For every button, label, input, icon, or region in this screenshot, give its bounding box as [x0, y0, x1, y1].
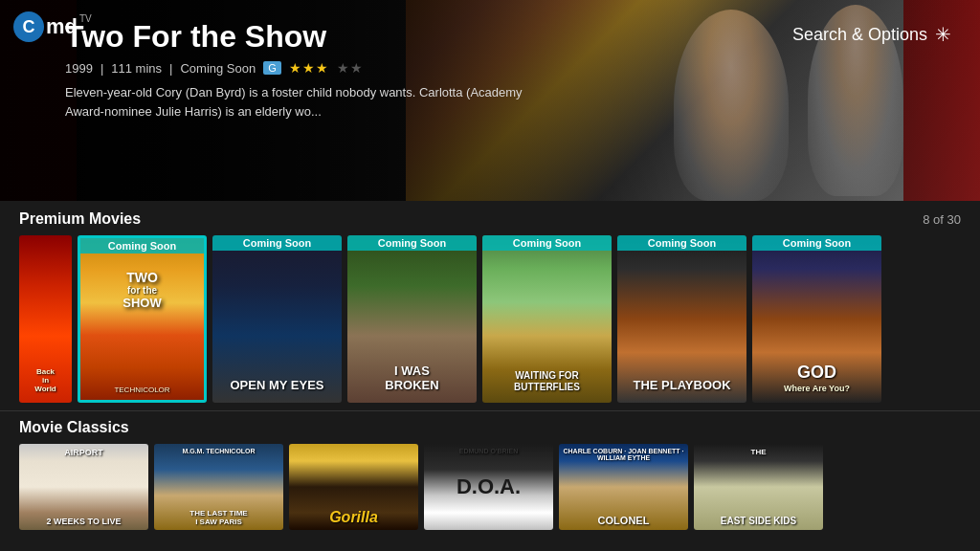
logo: C md TV: [13, 11, 92, 42]
classics-paris-top: M.G.M. TECHNICOLOR: [154, 448, 283, 454]
logo-c-letter: C: [23, 17, 35, 37]
hero-year: 1999: [65, 61, 93, 76]
classics-eastside-bottom: EAST SIDE KIDS: [694, 516, 823, 526]
classics-card-gorilla[interactable]: Gorilla: [289, 444, 418, 530]
premium-movies-count: 8 of 30: [923, 212, 961, 227]
poster-doa: EDMUND O'BRIEN D.O.A.: [424, 444, 553, 530]
hero-separator-2: |: [169, 61, 172, 76]
classics-doa-top: EDMUND O'BRIEN: [424, 448, 553, 454]
premium-movies-title: Premium Movies: [19, 210, 141, 228]
classics-card-paris[interactable]: M.G.M. TECHNICOLOR THE LAST TIMEI SAW PA…: [154, 444, 283, 530]
snowflake-icon: ✳: [935, 23, 951, 46]
classics-card-doa[interactable]: EDMUND O'BRIEN D.O.A.: [424, 444, 553, 530]
premium-movies-header: Premium Movies 8 of 30: [0, 210, 980, 235]
logo-md-text: md: [46, 14, 78, 39]
classics-airport-top: AIRPORT: [19, 448, 148, 457]
movie-card-god[interactable]: Coming Soon GOD Where Are You?: [752, 235, 881, 403]
poster-playbook: Coming Soon THE PLAYBOOK: [617, 235, 746, 403]
poster-eastside: THE EAST SIDE KIDS: [694, 444, 823, 530]
poster-two-show-subtitle: TECHNICOLOR: [80, 386, 204, 394]
poster-playbook-text: THE PLAYBOOK: [617, 378, 746, 393]
premium-movies-section: Premium Movies 8 of 30 Back in World Com…: [0, 201, 980, 410]
poster-colonel: CHARLE COBURN · JOAN BENNETT · WILLIAM E…: [559, 444, 688, 530]
movie-classics-row: AIRPORT 2 WEEKS TO LIVE M.G.M. TECHNICOL…: [0, 444, 980, 530]
classics-gorilla-bottom: Gorilla: [289, 509, 418, 526]
poster-butterflies: Coming Soon WAITING FORBUTTERFLIES: [482, 235, 612, 403]
movie-classics-section: Movie Classics AIRPORT 2 WEEKS TO LIVE M…: [0, 410, 980, 538]
hero-stars-empty: ★★: [337, 60, 364, 76]
movie-card-two-show[interactable]: Coming Soon TWO for the SHOW TECHNICOLOR: [78, 235, 207, 403]
hero-duration: 111 mins: [111, 61, 162, 76]
coming-soon-badge-broken: Coming Soon: [347, 235, 477, 251]
poster-open-eyes-text: OPEN MY EYES: [212, 378, 342, 393]
hero-title: Two For the Show: [65, 19, 544, 55]
premium-movies-row: Back in World Coming Soon TWO for the SH…: [0, 235, 980, 403]
poster-paris: M.G.M. TECHNICOLOR THE LAST TIMEI SAW PA…: [154, 444, 283, 530]
classics-card-airport[interactable]: AIRPORT 2 WEEKS TO LIVE: [19, 444, 148, 530]
movie-classics-header: Movie Classics: [0, 419, 980, 444]
movie-card-open-eyes[interactable]: Coming Soon OPEN MY EYES: [212, 235, 342, 403]
classics-paris-bottom: THE LAST TIMEI SAW PARIS: [154, 509, 283, 526]
poster-broken-text: I WASBROKEN: [347, 364, 477, 393]
movie-card-broken[interactable]: Coming Soon I WASBROKEN: [347, 235, 477, 403]
poster-gorilla: Gorilla: [289, 444, 418, 530]
poster-two-show: Coming Soon TWO for the SHOW TECHNICOLOR: [80, 238, 204, 400]
coming-soon-badge-playbook: Coming Soon: [617, 235, 746, 251]
poster-god: Coming Soon GOD Where Are You?: [752, 235, 881, 403]
poster-butterflies-text: WAITING FORBUTTERFLIES: [482, 370, 612, 393]
hero-meta: 1999 | 111 mins | Coming Soon G ★★★★★: [65, 60, 544, 76]
search-options-button[interactable]: Search & Options ✳: [792, 23, 951, 46]
hero-separator-1: |: [100, 61, 103, 76]
logo-tv-text: TV: [79, 13, 92, 24]
hero-description: Eleven-year-old Cory (Dan Byrd) is a fos…: [65, 83, 544, 121]
movie-card-partial[interactable]: Back in World: [19, 235, 72, 403]
classics-colonel-top: CHARLE COBURN · JOAN BENNETT · WILLIAM E…: [559, 448, 688, 461]
logo-c-circle: C: [13, 11, 44, 42]
sections-container: Premium Movies 8 of 30 Back in World Com…: [0, 201, 980, 551]
poster-broken: Coming Soon I WASBROKEN: [347, 235, 477, 403]
classics-card-colonel[interactable]: CHARLE COBURN · JOAN BENNETT · WILLIAM E…: [559, 444, 688, 530]
movie-card-playbook[interactable]: Coming Soon THE PLAYBOOK: [617, 235, 746, 403]
classics-eastside-top: THE: [694, 448, 823, 456]
coming-soon-badge-open-eyes: Coming Soon: [212, 235, 342, 251]
poster-open-eyes: Coming Soon OPEN MY EYES: [212, 235, 342, 403]
classics-doa-title: D.O.A.: [457, 474, 521, 499]
coming-soon-badge-butterflies: Coming Soon: [482, 235, 612, 251]
hero-stars: ★★★: [289, 60, 329, 76]
hero-status: Coming Soon: [180, 61, 256, 76]
classics-airport-bottom: 2 WEEKS TO LIVE: [19, 517, 148, 526]
hero-content: Two For the Show 1999 | 111 mins | Comin…: [65, 19, 544, 121]
hero-rating-badge: G: [263, 61, 281, 75]
coming-soon-badge-god: Coming Soon: [752, 235, 881, 251]
poster-partial: Back in World: [19, 235, 72, 403]
poster-airport: AIRPORT 2 WEEKS TO LIVE: [19, 444, 148, 530]
movie-classics-title: Movie Classics: [19, 419, 129, 435]
poster-partial-text: Back in World: [19, 367, 72, 393]
poster-two-show-art: TWO for the SHOW: [80, 267, 204, 314]
poster-god-text: GOD Where Are You?: [752, 363, 881, 393]
search-options-label: Search & Options: [792, 25, 927, 45]
classics-card-eastside[interactable]: THE EAST SIDE KIDS: [694, 444, 823, 530]
classics-colonel-bottom: COLONEL: [559, 515, 688, 526]
movie-card-butterflies[interactable]: Coming Soon WAITING FORBUTTERFLIES: [482, 235, 612, 403]
coming-soon-badge-two-show: Coming Soon: [80, 238, 204, 253]
